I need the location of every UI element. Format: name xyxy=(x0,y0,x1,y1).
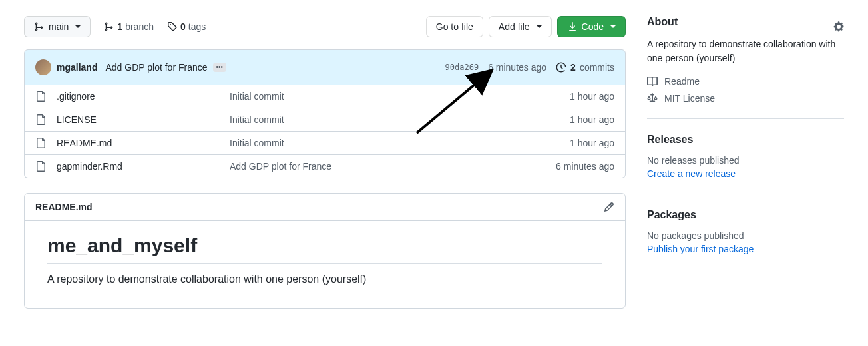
tag-icon xyxy=(167,21,178,32)
avatar[interactable] xyxy=(35,59,51,75)
commit-author[interactable]: mgalland xyxy=(57,62,97,73)
file-time: 6 minutes ago xyxy=(556,161,614,172)
publish-package-link[interactable]: Publish your first package xyxy=(647,244,754,254)
tags-link[interactable]: 0 tags xyxy=(167,21,206,32)
book-icon xyxy=(647,76,658,86)
readme-box: README.md me_and_myself A repository to … xyxy=(24,193,626,309)
file-name-link[interactable]: LICENSE xyxy=(57,114,230,125)
download-icon xyxy=(567,21,578,32)
releases-none: No releases published xyxy=(647,155,844,166)
add-file-button[interactable]: Add file xyxy=(489,16,552,37)
law-icon xyxy=(647,93,658,104)
git-branch-icon xyxy=(104,21,114,32)
file-commit-link[interactable]: Initial commit xyxy=(230,114,570,125)
commit-message[interactable]: Add GDP plot for France xyxy=(105,62,207,73)
readme-filename[interactable]: README.md xyxy=(35,202,93,212)
file-row: README.mdInitial commit1 hour ago xyxy=(25,131,625,154)
file-time: 1 hour ago xyxy=(570,138,614,148)
file-commit-link[interactable]: Initial commit xyxy=(230,91,570,102)
branch-select-button[interactable]: main xyxy=(24,16,91,37)
file-icon xyxy=(35,161,46,172)
file-time: 1 hour ago xyxy=(570,114,614,125)
commit-time[interactable]: 6 minutes ago xyxy=(488,62,546,73)
file-commit-link[interactable]: Add GDP plot for France xyxy=(230,161,556,172)
branches-link[interactable]: 1 branch xyxy=(104,21,154,32)
branches-count: 1 xyxy=(117,21,122,32)
about-description: A repository to demonstrate collaboratio… xyxy=(647,37,844,65)
file-time: 1 hour ago xyxy=(570,91,614,102)
repo-toolbar: main 1 branch 0 tags Go to file Add file xyxy=(24,16,626,37)
releases-title: Releases xyxy=(647,134,844,146)
packages-none: No packages published xyxy=(647,230,844,241)
history-icon xyxy=(556,62,566,73)
commits-label: commits xyxy=(580,62,614,73)
file-icon xyxy=(35,91,46,102)
file-name-link[interactable]: README.md xyxy=(57,138,230,148)
readme-heading: me_and_myself xyxy=(47,234,602,264)
file-list: .gitignoreInitial commit1 hour agoLICENS… xyxy=(24,85,626,178)
file-row: gapminder.RmdAdd GDP plot for France6 mi… xyxy=(25,154,625,178)
about-title: About xyxy=(647,16,678,28)
create-release-link[interactable]: Create a new release xyxy=(647,168,736,179)
gear-icon[interactable] xyxy=(833,21,844,32)
branches-label: branch xyxy=(125,21,154,32)
pencil-icon[interactable] xyxy=(604,202,614,212)
sidebar: About A repository to demonstrate collab… xyxy=(647,16,844,309)
branch-current-label: main xyxy=(49,20,69,33)
commits-count: 2 xyxy=(570,62,576,73)
commit-expand-button[interactable]: ••• xyxy=(213,63,227,72)
file-name-link[interactable]: gapminder.Rmd xyxy=(57,161,230,172)
commits-link[interactable]: 2 commits xyxy=(556,62,614,73)
readme-link[interactable]: Readme xyxy=(647,76,844,86)
code-button[interactable]: Code xyxy=(557,16,626,37)
tags-count: 0 xyxy=(180,21,186,32)
file-commit-link[interactable]: Initial commit xyxy=(230,138,570,148)
go-to-file-button[interactable]: Go to file xyxy=(426,16,483,37)
commit-sha[interactable]: 90da269 xyxy=(445,63,479,72)
readme-paragraph: A repository to demonstrate collaboratio… xyxy=(47,273,602,285)
file-icon xyxy=(35,114,46,125)
license-link[interactable]: MIT License xyxy=(647,93,844,104)
packages-title: Packages xyxy=(647,209,844,221)
file-row: .gitignoreInitial commit1 hour ago xyxy=(25,85,625,108)
git-branch-icon xyxy=(34,21,45,32)
latest-commit-bar: mgalland Add GDP plot for France ••• 90d… xyxy=(24,49,626,85)
tags-label: tags xyxy=(188,21,206,32)
file-row: LICENSEInitial commit1 hour ago xyxy=(25,108,625,131)
file-name-link[interactable]: .gitignore xyxy=(57,91,230,102)
file-icon xyxy=(35,138,46,148)
